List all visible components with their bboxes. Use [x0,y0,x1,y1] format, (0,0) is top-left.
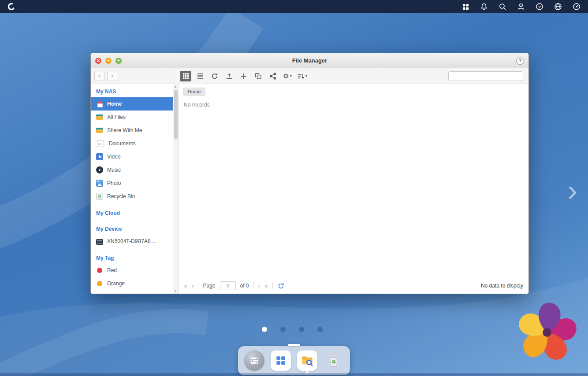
recycle-bin-dock-icon[interactable]: ♻ [324,350,344,371]
minimize-button[interactable]: – [105,58,112,64]
window-content: My NAS Home All Files Share With Me Docu… [91,84,528,294]
page-number-input[interactable] [220,281,236,290]
next-page-button[interactable]: › [258,283,261,289]
section-title-my-device: My Device [91,222,173,235]
window-controls: ✕ – + [95,58,122,64]
dashboard-gauge-icon[interactable] [572,2,581,11]
maximize-button[interactable]: + [115,58,122,64]
chevron-down-icon: ▾ [290,74,292,78]
sidebar-item-video[interactable]: Video [91,150,173,163]
page-dot-2[interactable] [280,327,286,332]
search-input[interactable] [454,73,522,79]
topbar-icons: ? [461,2,581,11]
window-titlebar: ✕ – + File Manager ? [91,53,528,68]
list-view-button[interactable] [194,71,206,81]
shared-folder-icon [96,127,103,134]
sidebar-item-label: Video [107,154,120,160]
file-manager-dock-icon[interactable] [297,350,317,371]
back-button[interactable]: ‹ [94,71,104,81]
sidebar: My NAS Home All Files Share With Me Docu… [91,84,173,294]
next-desktop-chevron[interactable]: › [567,175,577,205]
desktop: ? ✕ – + File Manager ? ‹ › [0,0,588,376]
sidebar-item-music[interactable]: Music [91,163,173,177]
page-dot-1[interactable] [262,327,267,332]
copy-move-button[interactable] [253,71,264,81]
bottom-edge-strip [0,373,588,376]
window-title: File Manager [91,57,528,64]
scroll-up-icon[interactable]: ▲ [173,84,178,89]
photo-icon [96,180,103,187]
page-dot-3[interactable] [299,327,304,332]
window-help-button[interactable]: ? [516,57,524,65]
breadcrumb[interactable]: Home [183,88,205,96]
dock-handle[interactable] [288,344,300,346]
share-button[interactable] [267,71,279,81]
svg-text:?: ? [538,4,541,9]
scroll-down-icon[interactable]: ▼ [173,288,178,294]
sidebar-item-share-with-me[interactable]: Share With Me [91,124,173,137]
scrollbar-thumb[interactable] [174,90,178,139]
sidebar-item-label: Share With Me [107,127,142,133]
red-tag-icon [97,268,102,273]
pagination-status: No data to display [481,283,523,289]
sidebar-item-tag-red[interactable]: Red [91,264,173,277]
sort-button[interactable]: ▾ [296,71,309,81]
divider [272,282,273,289]
close-button[interactable]: ✕ [95,58,101,64]
empty-state-text: No records [184,102,210,108]
control-panel-dock-icon[interactable] [244,350,264,371]
sidebar-item-tag-yellow[interactable]: Yellow [91,290,173,294]
file-manager-window: ✕ – + File Manager ? ‹ › [90,53,529,294]
video-icon [96,153,103,160]
section-title-my-cloud: My Cloud [91,206,173,219]
language-globe-icon[interactable] [554,2,562,11]
file-list-panel: Home No records « ‹ Page of 0 › » [179,84,528,294]
toolbar-search [448,71,523,81]
user-icon[interactable] [517,2,525,11]
upload-button[interactable] [223,71,235,81]
last-page-button[interactable]: » [264,283,268,289]
notifications-bell-icon[interactable] [480,2,488,11]
app-center-dock-icon[interactable] [271,350,291,371]
sidebar-item-nas-device[interactable]: XN5004T-D9B7A8 ... [91,235,173,248]
divider [198,282,198,289]
sidebar-item-all-files[interactable]: All Files [91,111,173,124]
sidebar-item-label: Music [107,167,121,173]
desktop-page-dots [262,327,323,332]
sidebar-item-home[interactable]: Home [91,97,173,111]
refresh-list-button[interactable] [277,282,285,290]
refresh-button[interactable] [209,71,220,81]
folder-icon [96,114,103,121]
document-icon [97,140,104,147]
prev-page-button[interactable]: ‹ [192,283,194,289]
dock: ♻ [238,346,350,375]
first-page-button[interactable]: « [184,283,187,289]
orange-tag-icon [97,281,102,286]
nas-device-icon [96,239,103,245]
sidebar-item-label: Photo [107,180,121,186]
sidebar-scrollbar[interactable]: ▲ ▼ [173,84,179,294]
grid-view-button[interactable] [180,71,191,81]
settings-gear-button[interactable]: ⚙ ▾ [282,71,293,81]
search-icon[interactable] [498,2,507,11]
help-icon[interactable]: ? [535,2,544,11]
add-button[interactable] [238,71,249,81]
sidebar-item-label: Red [107,267,117,273]
sidebar-item-label: Documents [109,140,136,147]
music-icon [96,166,103,173]
sidebar-item-documents[interactable]: Documents [91,137,173,150]
page-dot-4[interactable] [317,327,323,332]
sidebar-item-recycle-bin[interactable]: Recycle Bin [91,190,173,203]
home-icon [96,100,103,107]
toolbar-buttons: ⚙ ▾ ▾ [180,71,309,81]
qsan-swirl-logo [515,300,579,365]
app-grid-icon[interactable] [461,2,470,11]
topbar: ? [0,0,588,13]
sidebar-item-photo[interactable]: Photo [91,177,173,190]
sidebar-item-tag-orange[interactable]: Orange [91,277,173,290]
forward-button[interactable]: › [107,71,117,81]
sidebar-item-label: Recycle Bin [107,193,135,199]
recycle-bin-icon [96,193,103,200]
qsan-logo-icon[interactable] [7,2,16,11]
section-title-my-tag: My Tag [91,251,173,264]
